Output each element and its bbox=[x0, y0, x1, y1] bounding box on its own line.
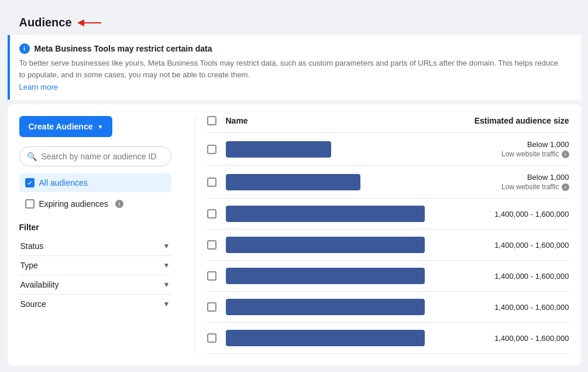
expiring-audiences-filter[interactable]: Expiring audiences i bbox=[19, 194, 171, 213]
page-container: Audience i Meta Business Tools may restr… bbox=[8, 6, 581, 366]
audience-size: Below 1,000 bbox=[464, 173, 569, 182]
annotation-arrow-icon bbox=[78, 17, 107, 29]
row-checkbox[interactable] bbox=[207, 145, 216, 154]
search-icon: 🔍 bbox=[27, 152, 37, 161]
expiring-audiences-checkbox bbox=[25, 199, 35, 209]
search-box: 🔍 bbox=[19, 146, 171, 166]
audience-bar bbox=[226, 206, 425, 222]
audience-bar bbox=[226, 268, 425, 284]
audience-bar bbox=[226, 174, 360, 190]
audience-table: Below 1,000Low website traffic iBelow 1,… bbox=[207, 133, 569, 354]
audience-size: 1,400,000 - 1,600,000 bbox=[464, 334, 569, 343]
traffic-info-icon: i bbox=[562, 151, 569, 158]
availability-chevron-icon: ▼ bbox=[163, 281, 170, 289]
all-audiences-checkbox: ✓ bbox=[25, 178, 35, 187]
row-checkbox[interactable] bbox=[207, 240, 216, 250]
search-input[interactable] bbox=[42, 152, 164, 161]
table-row: 1,400,000 - 1,600,000 bbox=[207, 261, 569, 292]
row-checkbox[interactable] bbox=[207, 271, 216, 281]
low-traffic-label: Low website traffic bbox=[501, 183, 559, 191]
chevron-down-icon: ▼ bbox=[97, 124, 103, 130]
table-row: 1,400,000 - 1,600,000 bbox=[207, 230, 569, 261]
source-filter-dropdown[interactable]: Source ▼ bbox=[19, 295, 171, 313]
create-audience-button[interactable]: Create Audience ▼ bbox=[19, 116, 113, 137]
expiring-info-icon: i bbox=[115, 200, 123, 208]
panel-divider bbox=[195, 116, 195, 354]
audience-size: 1,400,000 - 1,600,000 bbox=[464, 303, 569, 312]
audience-bar bbox=[226, 299, 425, 315]
type-chevron-icon: ▼ bbox=[163, 261, 170, 269]
low-traffic-label: Low website traffic bbox=[501, 150, 559, 158]
info-icon: i bbox=[19, 43, 30, 54]
select-all-checkbox[interactable] bbox=[207, 116, 216, 125]
type-filter-dropdown[interactable]: Type ▼ bbox=[19, 256, 171, 275]
info-banner-text: To better serve businesses like yours, M… bbox=[19, 57, 572, 80]
audience-bar bbox=[226, 330, 425, 346]
row-checkbox[interactable] bbox=[207, 178, 216, 187]
table-row: 1,400,000 - 1,600,000 bbox=[207, 199, 569, 230]
status-chevron-icon: ▼ bbox=[163, 242, 170, 250]
audience-bar bbox=[226, 237, 425, 253]
source-chevron-icon: ▼ bbox=[163, 300, 170, 308]
table-row: Below 1,000Low website traffic i bbox=[207, 133, 569, 166]
table-row: 1,400,000 - 1,600,000 bbox=[207, 323, 569, 354]
table-header: Name Estimated audience size bbox=[207, 116, 569, 133]
page-title: Audience bbox=[19, 16, 72, 29]
right-panel: Name Estimated audience size Below 1,000… bbox=[207, 116, 569, 354]
left-panel: Create Audience ▼ 🔍 ✓ All audiences Expi… bbox=[19, 116, 183, 354]
main-content: Create Audience ▼ 🔍 ✓ All audiences Expi… bbox=[8, 104, 581, 366]
audience-size: Below 1,000 bbox=[464, 140, 569, 149]
audience-size: 1,400,000 - 1,600,000 bbox=[464, 241, 569, 250]
audience-size: 1,400,000 - 1,600,000 bbox=[464, 210, 569, 219]
row-checkbox[interactable] bbox=[207, 333, 216, 343]
row-checkbox[interactable] bbox=[207, 209, 216, 219]
traffic-info-icon: i bbox=[562, 183, 569, 191]
table-row: 1,400,000 - 1,600,000 bbox=[207, 292, 569, 323]
availability-filter-dropdown[interactable]: Availability ▼ bbox=[19, 275, 171, 295]
status-filter-dropdown[interactable]: Status ▼ bbox=[19, 237, 171, 256]
table-row: Below 1,000Low website traffic i bbox=[207, 166, 569, 199]
info-banner: i Meta Business Tools may restrict certa… bbox=[8, 35, 581, 100]
audience-size: 1,400,000 - 1,600,000 bbox=[464, 272, 569, 281]
info-banner-title: i Meta Business Tools may restrict certa… bbox=[19, 43, 572, 54]
audience-bar bbox=[226, 141, 331, 158]
learn-more-link[interactable]: Learn more bbox=[19, 83, 572, 91]
all-audiences-filter[interactable]: ✓ All audiences bbox=[19, 173, 171, 192]
row-checkbox[interactable] bbox=[207, 302, 216, 312]
filter-section-title: Filter bbox=[19, 216, 171, 237]
